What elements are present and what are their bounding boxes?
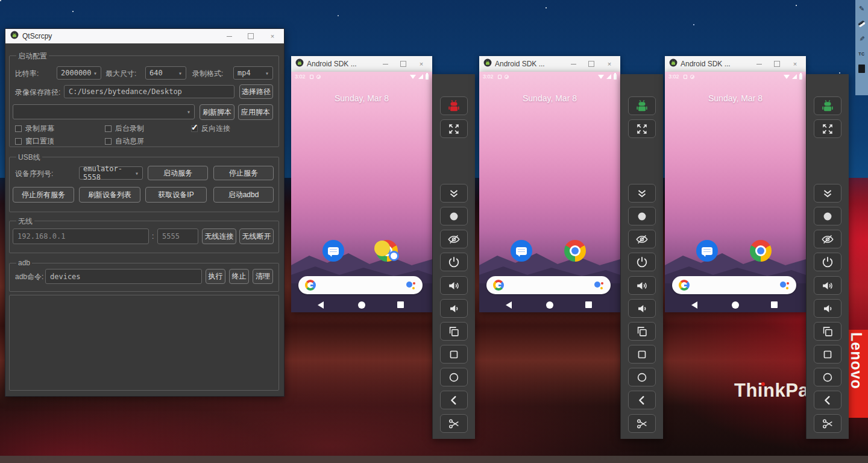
phone-screen[interactable]: 3:02 Sunday, Mar 8 — [479, 72, 620, 312]
messages-app-icon[interactable] — [696, 240, 718, 262]
expand-notifications-button[interactable] — [814, 184, 841, 203]
wireless-connect-button[interactable]: 无线连接 — [202, 228, 236, 244]
adb-execute-button[interactable]: 执行 — [206, 269, 225, 284]
volume-up-button[interactable] — [440, 276, 468, 295]
wireless-ip-input[interactable]: 192.168.0.1 — [13, 228, 149, 244]
google-search-bar[interactable] — [672, 276, 796, 294]
group-robot-button[interactable] — [814, 96, 841, 115]
minimize-button[interactable] — [222, 32, 236, 40]
refresh-script-button[interactable]: 刷新脚本 — [200, 104, 234, 120]
chrome-app-icon[interactable] — [376, 240, 398, 262]
blackboard-icon[interactable] — [857, 64, 866, 74]
wireless-port-input[interactable]: 5555 — [157, 228, 198, 244]
serial-combobox[interactable]: emulator-5558 — [79, 166, 143, 180]
maximize-button[interactable] — [244, 32, 257, 40]
screen-off-button[interactable] — [440, 230, 468, 248]
home-button[interactable] — [628, 368, 656, 386]
nav-recents-button[interactable] — [397, 301, 404, 308]
assistant-mic-icon[interactable] — [406, 280, 416, 290]
adb-terminate-button[interactable]: 终止 — [229, 269, 249, 284]
android-window-titlebar[interactable]: Android SDK ... × — [291, 56, 432, 72]
minimize-button[interactable] — [567, 60, 580, 68]
android-window-titlebar[interactable]: Android SDK ... × — [665, 56, 806, 72]
google-search-bar[interactable] — [486, 276, 611, 294]
phone-screen[interactable]: 3:02 Sunday, Mar 8 — [665, 72, 806, 312]
adb-clear-button[interactable]: 清理 — [253, 269, 273, 284]
menu-button[interactable] — [440, 345, 468, 364]
maximize-button[interactable] — [585, 60, 598, 68]
chrome-app-icon[interactable] — [564, 240, 586, 262]
minimize-button[interactable] — [379, 60, 392, 68]
nav-home-button[interactable] — [732, 301, 739, 309]
google-search-bar[interactable] — [298, 276, 423, 294]
close-button[interactable]: × — [788, 60, 802, 68]
android-window-titlebar[interactable]: Android SDK ... × — [479, 56, 620, 72]
phone-screen[interactable]: 3:02 Sunday, Mar 8 — [291, 72, 432, 312]
nav-back-button[interactable] — [506, 301, 512, 309]
close-button[interactable]: × — [415, 60, 428, 68]
chrome-app-icon[interactable] — [750, 240, 772, 262]
assistant-mic-icon[interactable] — [594, 280, 604, 290]
screenshot-button[interactable] — [440, 414, 468, 433]
fullscreen-button[interactable] — [628, 119, 656, 138]
show-touches-button[interactable] — [814, 207, 841, 225]
screen-off-button[interactable] — [628, 230, 656, 248]
tc-button[interactable]: TC — [857, 49, 866, 58]
start-adbd-button[interactable]: 启动adbd — [213, 187, 274, 203]
close-button[interactable]: × — [603, 60, 616, 68]
savepath-input[interactable]: C:/Users/bytedance/Desktop — [64, 85, 234, 98]
apply-script-button[interactable]: 应用脚本 — [238, 104, 273, 120]
choose-path-button[interactable]: 选择路径 — [239, 84, 273, 99]
close-button[interactable]: × — [266, 32, 279, 40]
format-combobox[interactable]: mp4 — [233, 66, 273, 80]
get-device-ip-button[interactable]: 获取设备IP — [145, 187, 207, 203]
power-button[interactable] — [814, 253, 841, 271]
back-button[interactable] — [628, 391, 656, 409]
show-touches-button[interactable] — [440, 207, 468, 225]
menu-button[interactable] — [814, 345, 841, 364]
volume-up-button[interactable] — [628, 276, 656, 295]
volume-up-button[interactable] — [814, 276, 841, 295]
group-robot-button[interactable] — [440, 96, 468, 115]
group-robot-button[interactable] — [628, 96, 656, 115]
volume-down-button[interactable] — [628, 299, 656, 318]
home-button[interactable] — [440, 368, 468, 386]
maximize-button[interactable] — [397, 60, 410, 68]
stop-service-button[interactable]: 停止服务 — [213, 166, 274, 180]
messages-app-icon[interactable] — [322, 240, 344, 262]
messages-app-icon[interactable] — [511, 240, 532, 262]
script-combobox[interactable] — [13, 104, 195, 119]
fullscreen-button[interactable] — [440, 119, 468, 138]
expand-notifications-button[interactable] — [440, 184, 468, 203]
volume-down-button[interactable] — [440, 299, 468, 318]
checkbox-record-screen[interactable]: 录制屏幕 — [15, 124, 54, 134]
screenshot-button[interactable] — [628, 414, 656, 433]
assistant-mic-icon[interactable] — [780, 280, 790, 290]
checkbox-window-topmost[interactable]: 窗口置顶 — [15, 136, 54, 146]
app-switch-button[interactable] — [440, 322, 468, 341]
start-service-button[interactable]: 启动服务 — [148, 166, 208, 180]
power-button[interactable] — [628, 253, 656, 271]
screenshot-button[interactable] — [814, 414, 841, 433]
marker-icon[interactable]: ✎ — [857, 34, 867, 43]
adb-command-input[interactable]: devices — [45, 269, 202, 284]
refresh-device-list-button[interactable]: 刷新设备列表 — [79, 187, 140, 203]
volume-down-button[interactable] — [814, 299, 841, 318]
checkbox-auto-screen-off[interactable]: 自动息屏 — [105, 136, 144, 146]
stop-all-services-button[interactable]: 停止所有服务 — [13, 187, 74, 203]
nav-recents-button[interactable] — [771, 301, 778, 308]
menu-button[interactable] — [628, 345, 656, 364]
fullscreen-button[interactable] — [814, 119, 841, 138]
qtscrcpy-titlebar[interactable]: QtScrcpy × — [5, 29, 284, 43]
adb-output-console[interactable] — [9, 295, 279, 391]
app-switch-button[interactable] — [628, 322, 656, 341]
checkbox-reverse-connect[interactable]: 反向连接 — [191, 124, 230, 134]
nav-back-button[interactable] — [318, 301, 324, 309]
nav-home-button[interactable] — [546, 301, 553, 309]
minimize-button[interactable] — [752, 60, 766, 68]
back-button[interactable] — [814, 391, 841, 409]
maximize-button[interactable] — [770, 60, 784, 68]
maxsize-combobox[interactable]: 640 — [145, 66, 186, 80]
bitrate-combobox[interactable]: 2000000 — [57, 66, 101, 80]
nav-back-button[interactable] — [691, 301, 697, 309]
